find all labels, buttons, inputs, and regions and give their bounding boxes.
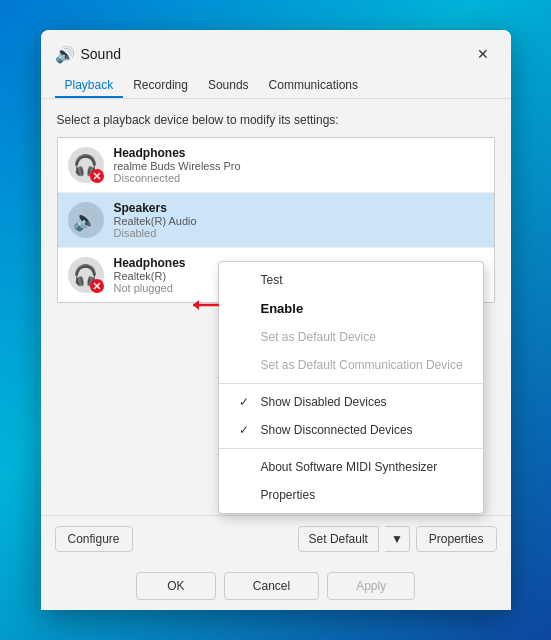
ctx-divider-2 — [219, 448, 483, 449]
bottom-bar: Configure Set Default ▼ Properties — [41, 515, 511, 562]
menu-bar: Playback Recording Sounds Communications — [41, 74, 511, 99]
instruction-text: Select a playback device below to modify… — [57, 113, 495, 127]
window-title: Sound — [81, 46, 121, 62]
ctx-show-disconnected-label: Show Disconnected Devices — [261, 423, 413, 437]
main-content: Select a playback device below to modify… — [41, 99, 511, 515]
context-menu: Test Enable Set as Default Device — [218, 261, 484, 514]
title-bar: 🔊 Sound ✕ — [41, 30, 511, 74]
device-name-speakers: Speakers — [114, 201, 484, 215]
footer: OK Cancel Apply — [41, 562, 511, 610]
ctx-about-midi[interactable]: About Software MIDI Synthesizer — [219, 453, 483, 481]
ctx-check-show-disabled: ✓ — [239, 395, 253, 409]
properties-button[interactable]: Properties — [416, 526, 497, 552]
ctx-set-comm-label: Set as Default Communication Device — [261, 358, 463, 372]
device-item-speakers[interactable]: 🔊 Speakers Realtek(R) Audio Disabled Tes… — [58, 193, 494, 248]
ctx-test-label: Test — [261, 273, 283, 287]
ctx-show-disconnected[interactable]: ✓ Show Disconnected Devices — [219, 416, 483, 444]
device-icon-headphones: 🎧 — [68, 147, 104, 183]
bottom-right: Set Default ▼ Properties — [298, 526, 497, 552]
ctx-enable-label: Enable — [261, 301, 304, 316]
apply-button[interactable]: Apply — [327, 572, 415, 600]
disconnect-badge-realtek — [90, 279, 104, 293]
device-status-speakers: Disabled — [114, 227, 484, 239]
svg-marker-3 — [193, 300, 199, 310]
ctx-check-show-disconnected: ✓ — [239, 423, 253, 437]
red-arrow-icon — [189, 296, 221, 314]
device-sub: realme Buds Wireless Pro — [114, 160, 484, 172]
cancel-button[interactable]: Cancel — [224, 572, 319, 600]
device-icon-speakers: 🔊 — [68, 202, 104, 238]
device-info-speakers: Speakers Realtek(R) Audio Disabled — [114, 201, 484, 239]
device-item-headphones-realme[interactable]: 🎧 Headphones realme Buds Wireless Pro Di… — [58, 138, 494, 193]
device-icon-headphones-realtek: 🎧 — [68, 257, 104, 293]
configure-button[interactable]: Configure — [55, 526, 133, 552]
tab-recording[interactable]: Recording — [123, 74, 198, 98]
ctx-set-default: Set as Default Device — [219, 323, 483, 351]
ctx-about-midi-label: About Software MIDI Synthesizer — [261, 460, 438, 474]
ctx-properties[interactable]: Properties — [219, 481, 483, 509]
ctx-set-default-label: Set as Default Device — [261, 330, 376, 344]
ctx-show-disabled-label: Show Disabled Devices — [261, 395, 387, 409]
device-sub-speakers: Realtek(R) Audio — [114, 215, 484, 227]
ctx-divider-1 — [219, 383, 483, 384]
sound-icon: 🔊 — [55, 45, 73, 63]
close-button[interactable]: ✕ — [469, 40, 497, 68]
tab-playback[interactable]: Playback — [55, 74, 124, 98]
title-bar-left: 🔊 Sound — [55, 45, 121, 63]
sound-dialog: 🔊 Sound ✕ Playback Recording Sounds Comm… — [41, 30, 511, 610]
bottom-left: Configure — [55, 526, 133, 552]
device-name: Headphones — [114, 146, 484, 160]
device-list: 🎧 Headphones realme Buds Wireless Pro Di… — [57, 137, 495, 303]
disconnect-badge — [90, 169, 104, 183]
device-status: Disconnected — [114, 172, 484, 184]
set-default-button[interactable]: Set Default — [298, 526, 379, 552]
set-default-dropdown-button[interactable]: ▼ — [385, 526, 410, 552]
ctx-show-disabled[interactable]: ✓ Show Disabled Devices — [219, 388, 483, 416]
ctx-test[interactable]: Test — [219, 266, 483, 294]
ok-button[interactable]: OK — [136, 572, 216, 600]
ctx-set-comm: Set as Default Communication Device — [219, 351, 483, 379]
ctx-enable[interactable]: Enable — [219, 294, 483, 323]
tab-sounds[interactable]: Sounds — [198, 74, 259, 98]
device-info-headphones-realme: Headphones realme Buds Wireless Pro Disc… — [114, 146, 484, 184]
ctx-properties-label: Properties — [261, 488, 316, 502]
tab-communications[interactable]: Communications — [259, 74, 368, 98]
